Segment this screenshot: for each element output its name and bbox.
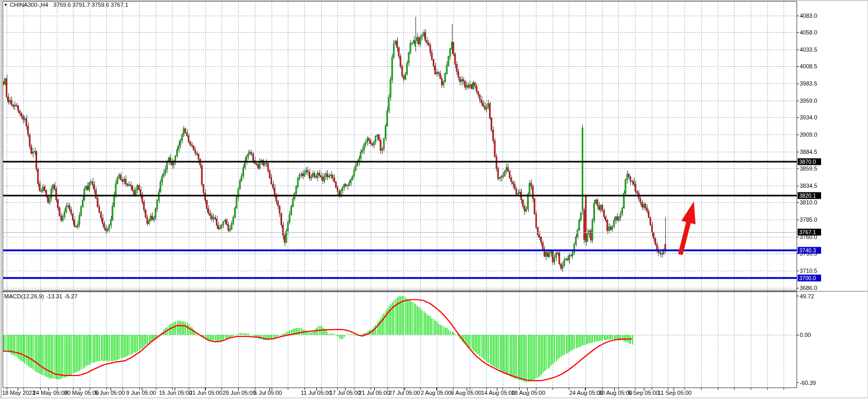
time-tick-label: 5 Sep 05:00 (628, 390, 659, 396)
time-tick-label: 5 Jul 05:00 (254, 390, 282, 396)
price-tick-label: 3710.5 (800, 268, 817, 274)
price-line-tag-3740.3: 3740.3 (798, 247, 821, 254)
macd-axis-min: -60.39 (800, 380, 816, 386)
macd-signal-value: -5.27 (65, 293, 78, 299)
time-tick-label: 21 Jun 05:00 (189, 390, 223, 396)
symbol-info: ▼CHINA300-,H43759.6 3791.7 3759.6 3767.1 (4, 2, 128, 8)
price-tick-label: 3884.5 (800, 149, 817, 155)
time-tick-label: 5 Jun 05:00 (95, 390, 125, 396)
window-left-border (0, 0, 2, 399)
time-tick-label: 30 Aug 05:00 (598, 390, 632, 396)
price-tick-label: 3834.5 (800, 183, 817, 189)
time-tick-label: 11 Sep 05:00 (658, 390, 692, 396)
time-tick-label: 18 Aug 05:00 (511, 390, 545, 396)
time-tick-label: 2 Aug 05:00 (421, 390, 451, 396)
time-tick-label: 15 Jun 05:00 (159, 390, 192, 396)
mt4-chart-window: ▼CHINA300-,H43759.6 3791.7 3759.6 3767.1… (0, 0, 868, 399)
price-line-tag-3767.1: 3767.1 (798, 228, 821, 235)
time-tick-label: 27 Jul 05:00 (389, 390, 420, 396)
price-tick-label: 4058.0 (800, 29, 817, 35)
time-tick-label: 11 Jul 05:00 (301, 390, 332, 396)
time-tick-label: 9 Jun 05:00 (126, 390, 156, 396)
symbol-ohlc-values: 3759.6 3791.7 3759.6 3767.1 (53, 2, 128, 8)
macd-main-value: -13.31 (46, 293, 62, 299)
price-tick-label: 3934.0 (800, 114, 817, 120)
time-tick-label: 17 Jul 05:00 (329, 390, 361, 396)
price-tick-label: 3686.0 (800, 285, 817, 291)
price-tick-label: 3959.0 (800, 98, 817, 104)
macd-indicator-label: MACD(12,26,9)-13.31-5.27 (4, 293, 80, 299)
macd-name: MACD(12,26,9) (4, 293, 44, 299)
price-line-tag-3820.1: 3820.1 (798, 192, 821, 199)
price-tick-label: 4083.0 (800, 13, 817, 19)
macd-axis-max: 49.72 (800, 293, 814, 299)
time-tick-label: 29 Jun 05:00 (223, 390, 256, 396)
price-line-tag-3870.0: 3870.0 (798, 158, 821, 165)
price-tick-label: 3859.5 (800, 165, 817, 172)
price-line-tag-3700.0: 3700.0 (798, 275, 821, 282)
price-chart-canvas[interactable] (0, 0, 868, 399)
price-tick-label: 3909.0 (800, 131, 817, 138)
time-tick-label: 18 May 2023 (2, 390, 35, 396)
window-top-border (0, 0, 868, 1)
macd-axis-zero: 0.00 (800, 332, 811, 338)
price-tick-label: 4033.5 (800, 46, 817, 53)
time-tick-label: 21 Jul 05:00 (359, 390, 390, 396)
time-tick-label: 30 May 05:00 (64, 390, 99, 396)
symbol-period-label: CHINA300-,H4 (10, 2, 48, 8)
price-tick-label: 3983.5 (800, 80, 817, 87)
price-tick-label: 3810.0 (800, 199, 817, 205)
price-tick-label: 3785.0 (800, 216, 817, 223)
time-tick-label: 24 May 05:00 (33, 390, 68, 396)
price-tick-label: 4008.5 (800, 63, 817, 69)
time-tick-label: 8 Aug 05:00 (451, 390, 482, 396)
symbol-dropdown-icon[interactable]: ▼ (4, 3, 8, 7)
time-tick-label: 14 Aug 05:00 (481, 390, 515, 396)
